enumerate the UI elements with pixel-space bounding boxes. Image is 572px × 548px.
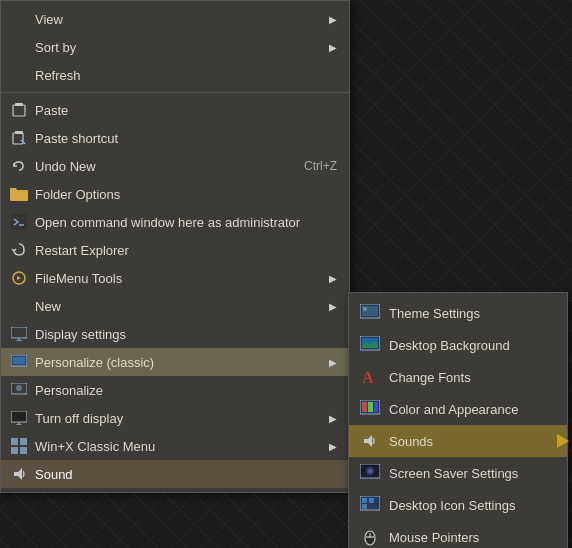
menu-item-sound-label: Sound [35,467,337,482]
svg-rect-29 [362,402,367,412]
screensaver-icon [359,462,381,484]
menu-item-folder-options[interactable]: Folder Options [1,180,349,208]
cursor-arrow [557,434,569,448]
submenu-item-fonts[interactable]: A Change Fonts [349,361,567,393]
svg-point-34 [368,469,372,473]
turnoff-icon [9,408,29,428]
submenu-theme-label: Theme Settings [389,306,557,321]
svg-rect-30 [368,402,373,412]
undo-shortcut: Ctrl+Z [304,159,337,173]
svg-rect-38 [362,504,367,509]
svg-rect-8 [11,327,27,338]
menu-item-display-label: Display settings [35,327,337,342]
view-icon [9,9,29,29]
menu-item-view-label: View [35,12,329,27]
turnoff-arrow: ▶ [329,413,337,424]
menu-item-cmd[interactable]: Open command window here as administrato… [1,208,349,236]
new-arrow: ▶ [329,301,337,312]
menu-item-filemenu[interactable]: FileMenu Tools ▶ [1,264,349,292]
filemenu-arrow: ▶ [329,273,337,284]
menu-item-turnoff-label: Turn off display [35,411,329,426]
svg-rect-37 [369,498,374,503]
menu-item-sortby-label: Sort by [35,40,329,55]
svg-rect-1 [13,105,25,116]
menu-item-personalize[interactable]: Personalize [1,376,349,404]
undo-icon [9,156,29,176]
sounds-icon [359,430,381,452]
svg-rect-19 [20,438,27,445]
menu-item-new-label: New [35,299,329,314]
winx-icon [9,436,29,456]
submenu-fonts-label: Change Fonts [389,370,557,385]
submenu-screensaver-label: Screen Saver Settings [389,466,557,481]
menu-item-refresh[interactable]: Refresh [1,61,349,89]
submenu-item-mouse[interactable]: Mouse Pointers [349,521,567,548]
personalize-icon [9,380,29,400]
personalize-classic-arrow: ▶ [329,357,337,368]
menu-item-winx-label: Win+X Classic Menu [35,439,329,454]
menu-item-new[interactable]: New ▶ [1,292,349,320]
desktop-bg-icon [359,334,381,356]
menu-item-refresh-label: Refresh [35,68,337,83]
restart-icon [9,240,29,260]
winx-arrow: ▶ [329,441,337,452]
submenu-item-color[interactable]: Color and Appearance [349,393,567,425]
submenu-item-sounds[interactable]: Sounds [349,425,567,457]
refresh-icon [9,65,29,85]
menu-item-restart-label: Restart Explorer [35,243,337,258]
menu-item-undo[interactable]: Undo New Ctrl+Z [1,152,349,180]
svg-rect-15 [11,411,27,422]
menu-item-display[interactable]: Display settings [1,320,349,348]
display-icon [9,324,29,344]
menu-item-folder-label: Folder Options [35,187,337,202]
svg-point-24 [363,307,367,311]
folder-icon [9,184,29,204]
submenu-desktop-bg-label: Desktop Background [389,338,557,353]
svg-text:A: A [362,369,374,386]
svg-rect-12 [13,357,25,364]
submenu: Theme Settings Desktop Background A Chan… [348,292,568,548]
menu-item-sortby[interactable]: Sort by ▶ [1,33,349,61]
theme-icon [359,302,381,324]
paste-shortcut-icon [9,128,29,148]
submenu-item-screensaver[interactable]: Screen Saver Settings [349,457,567,489]
sortby-arrow: ▶ [329,42,337,53]
menu-item-paste-label: Paste [35,103,337,118]
sortby-icon [9,37,29,57]
menu-item-personalize-classic[interactable]: Personalize (classic) ▶ [1,348,349,376]
mouse-icon [359,526,381,548]
menu-item-paste-shortcut[interactable]: Paste shortcut [1,124,349,152]
fonts-icon: A [359,366,381,388]
menu-item-paste[interactable]: Paste [1,96,349,124]
svg-point-14 [16,385,22,391]
menu-item-personalize-classic-label: Personalize (classic) [35,355,329,370]
menu-item-restart-explorer[interactable]: Restart Explorer [1,236,349,264]
paste-icon [9,100,29,120]
new-icon [9,296,29,316]
submenu-item-theme[interactable]: Theme Settings [349,297,567,329]
view-arrow: ▶ [329,14,337,25]
menu-item-turnoff[interactable]: Turn off display ▶ [1,404,349,432]
menu-item-sound[interactable]: Sound [1,460,349,488]
submenu-mouse-label: Mouse Pointers [389,530,557,545]
sound-icon [9,464,29,484]
submenu-sounds-label: Sounds [389,434,557,449]
color-icon [359,398,381,420]
submenu-item-desktop-bg[interactable]: Desktop Background [349,329,567,361]
svg-rect-31 [374,402,378,412]
menu-item-cmd-label: Open command window here as administrato… [35,215,337,230]
submenu-color-label: Color and Appearance [389,402,557,417]
personalize-classic-icon [9,352,29,372]
svg-rect-21 [20,447,27,454]
menu-item-paste-shortcut-label: Paste shortcut [35,131,337,146]
menu-item-winx[interactable]: Win+X Classic Menu ▶ [1,432,349,460]
svg-rect-2 [15,103,23,106]
menu-item-filemenu-label: FileMenu Tools [35,271,329,286]
cmd-icon [9,212,29,232]
submenu-item-desktop-icons[interactable]: Desktop Icon Settings [349,489,567,521]
menu-item-undo-label: Undo New [35,159,284,174]
desktop-icons-icon [359,494,381,516]
menu-item-view[interactable]: View ▶ [1,5,349,33]
svg-rect-3 [13,133,23,144]
filemenu-icon [9,268,29,288]
